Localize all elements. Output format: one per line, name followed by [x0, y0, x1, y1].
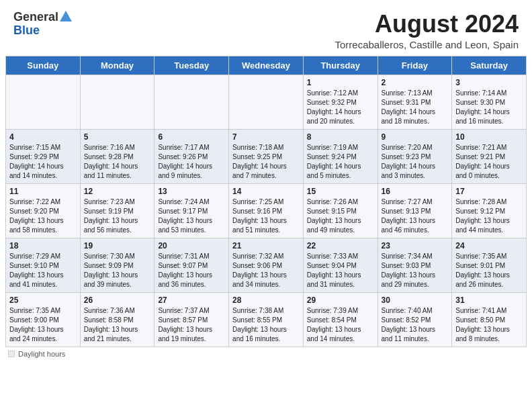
- day-header: Friday: [378, 56, 452, 75]
- calendar-cell: 30Sunrise: 7:40 AM Sunset: 8:52 PM Dayli…: [378, 292, 452, 347]
- day-header: Wednesday: [229, 56, 304, 75]
- footer-dot: [8, 351, 15, 357]
- calendar-cell: 29Sunrise: 7:39 AM Sunset: 8:54 PM Dayli…: [303, 292, 378, 347]
- calendar-cell: 20Sunrise: 7:31 AM Sunset: 9:07 PM Dayli…: [154, 238, 229, 292]
- calendar-cell: 3Sunrise: 7:14 AM Sunset: 9:30 PM Daylig…: [452, 75, 527, 129]
- calendar-cell: [154, 75, 229, 129]
- day-content: Sunrise: 7:23 AM Sunset: 9:19 PM Dayligh…: [84, 197, 151, 235]
- day-number: 4: [9, 132, 77, 142]
- day-number: 23: [382, 241, 449, 250]
- calendar-cell: 12Sunrise: 7:23 AM Sunset: 9:19 PM Dayli…: [80, 183, 154, 238]
- day-content: Sunrise: 7:24 AM Sunset: 9:17 PM Dayligh…: [158, 197, 225, 235]
- calendar-cell: 24Sunrise: 7:35 AM Sunset: 9:01 PM Dayli…: [452, 238, 527, 292]
- logo: General Blue: [13, 11, 72, 38]
- subtitle: Torrecaballeros, Castille and Leon, Spai…: [335, 39, 519, 50]
- day-content: Sunrise: 7:33 AM Sunset: 9:04 PM Dayligh…: [307, 252, 374, 289]
- calendar-cell: 27Sunrise: 7:37 AM Sunset: 8:57 PM Dayli…: [154, 292, 229, 347]
- header: General Blue August 2024 Torrecaballeros…: [0, 0, 532, 56]
- day-content: Sunrise: 7:31 AM Sunset: 9:07 PM Dayligh…: [158, 252, 225, 289]
- calendar-week-row: 4Sunrise: 7:15 AM Sunset: 9:29 PM Daylig…: [6, 129, 527, 183]
- day-content: Sunrise: 7:37 AM Sunset: 8:57 PM Dayligh…: [158, 306, 225, 344]
- calendar-cell: 8Sunrise: 7:19 AM Sunset: 9:24 PM Daylig…: [303, 129, 378, 183]
- daylight-label: Daylight hours: [18, 350, 65, 358]
- day-content: Sunrise: 7:28 AM Sunset: 9:12 PM Dayligh…: [455, 197, 523, 235]
- calendar-cell: 19Sunrise: 7:30 AM Sunset: 9:09 PM Dayli…: [80, 238, 154, 292]
- day-content: Sunrise: 7:27 AM Sunset: 9:13 PM Dayligh…: [382, 197, 449, 235]
- day-content: Sunrise: 7:20 AM Sunset: 9:23 PM Dayligh…: [382, 143, 449, 181]
- calendar-cell: 1Sunrise: 7:12 AM Sunset: 9:32 PM Daylig…: [303, 75, 378, 129]
- day-number: 1: [307, 78, 374, 87]
- calendar-week-row: 11Sunrise: 7:22 AM Sunset: 9:20 PM Dayli…: [6, 183, 527, 238]
- calendar-cell: 2Sunrise: 7:13 AM Sunset: 9:31 PM Daylig…: [378, 75, 452, 129]
- day-content: Sunrise: 7:34 AM Sunset: 9:03 PM Dayligh…: [382, 252, 449, 289]
- calendar-cell: 11Sunrise: 7:22 AM Sunset: 9:20 PM Dayli…: [6, 183, 81, 238]
- day-number: 28: [232, 295, 300, 305]
- day-number: 20: [158, 241, 225, 250]
- day-content: Sunrise: 7:29 AM Sunset: 9:10 PM Dayligh…: [9, 252, 77, 289]
- day-number: 8: [307, 132, 374, 142]
- day-content: Sunrise: 7:35 AM Sunset: 9:01 PM Dayligh…: [455, 252, 523, 289]
- day-number: 7: [232, 132, 300, 142]
- day-number: 24: [455, 241, 523, 250]
- calendar-cell: 31Sunrise: 7:41 AM Sunset: 8:50 PM Dayli…: [452, 292, 527, 347]
- calendar-header-row: SundayMondayTuesdayWednesdayThursdayFrid…: [6, 56, 527, 75]
- logo-blue-text: Blue: [13, 24, 40, 38]
- svg-marker-0: [60, 11, 72, 21]
- calendar-cell: 23Sunrise: 7:34 AM Sunset: 9:03 PM Dayli…: [378, 238, 452, 292]
- day-number: 13: [158, 187, 225, 196]
- calendar-week-row: 25Sunrise: 7:35 AM Sunset: 9:00 PM Dayli…: [6, 292, 527, 347]
- day-number: 21: [232, 241, 300, 250]
- day-content: Sunrise: 7:18 AM Sunset: 9:25 PM Dayligh…: [232, 143, 300, 181]
- calendar-cell: [229, 75, 304, 129]
- calendar-cell: 25Sunrise: 7:35 AM Sunset: 9:00 PM Dayli…: [6, 292, 81, 347]
- day-number: 30: [382, 295, 449, 305]
- calendar-cell: 14Sunrise: 7:25 AM Sunset: 9:16 PM Dayli…: [229, 183, 304, 238]
- day-content: Sunrise: 7:12 AM Sunset: 9:32 PM Dayligh…: [307, 89, 374, 126]
- day-number: 12: [84, 187, 151, 196]
- calendar-cell: 7Sunrise: 7:18 AM Sunset: 9:25 PM Daylig…: [229, 129, 304, 183]
- day-number: 19: [84, 241, 151, 250]
- day-content: Sunrise: 7:21 AM Sunset: 9:21 PM Dayligh…: [455, 143, 523, 181]
- day-content: Sunrise: 7:32 AM Sunset: 9:06 PM Dayligh…: [232, 252, 300, 289]
- day-number: 3: [455, 78, 523, 87]
- day-content: Sunrise: 7:35 AM Sunset: 9:00 PM Dayligh…: [9, 306, 77, 344]
- calendar-cell: 13Sunrise: 7:24 AM Sunset: 9:17 PM Dayli…: [154, 183, 229, 238]
- day-number: 18: [9, 241, 77, 250]
- calendar-cell: 16Sunrise: 7:27 AM Sunset: 9:13 PM Dayli…: [378, 183, 452, 238]
- calendar-cell: 28Sunrise: 7:38 AM Sunset: 8:55 PM Dayli…: [229, 292, 304, 347]
- day-content: Sunrise: 7:14 AM Sunset: 9:30 PM Dayligh…: [455, 89, 523, 126]
- day-header: Monday: [80, 56, 154, 75]
- day-number: 9: [382, 132, 449, 142]
- day-number: 22: [307, 241, 374, 250]
- day-header: Sunday: [6, 56, 81, 75]
- day-number: 31: [455, 295, 523, 305]
- day-number: 11: [9, 187, 77, 196]
- day-header: Saturday: [452, 56, 527, 75]
- calendar-cell: 21Sunrise: 7:32 AM Sunset: 9:06 PM Dayli…: [229, 238, 304, 292]
- day-content: Sunrise: 7:19 AM Sunset: 9:24 PM Dayligh…: [307, 143, 374, 181]
- day-content: Sunrise: 7:39 AM Sunset: 8:54 PM Dayligh…: [307, 306, 374, 344]
- calendar-cell: 17Sunrise: 7:28 AM Sunset: 9:12 PM Dayli…: [452, 183, 527, 238]
- day-number: 29: [307, 295, 374, 305]
- day-content: Sunrise: 7:40 AM Sunset: 8:52 PM Dayligh…: [382, 306, 449, 344]
- calendar-cell: 4Sunrise: 7:15 AM Sunset: 9:29 PM Daylig…: [6, 129, 81, 183]
- day-number: 15: [307, 187, 374, 196]
- calendar-cell: 15Sunrise: 7:26 AM Sunset: 9:15 PM Dayli…: [303, 183, 378, 238]
- day-content: Sunrise: 7:36 AM Sunset: 8:58 PM Dayligh…: [84, 306, 151, 344]
- calendar-week-row: 1Sunrise: 7:12 AM Sunset: 9:32 PM Daylig…: [6, 75, 527, 129]
- calendar-cell: 22Sunrise: 7:33 AM Sunset: 9:04 PM Dayli…: [303, 238, 378, 292]
- day-content: Sunrise: 7:16 AM Sunset: 9:28 PM Dayligh…: [84, 143, 151, 181]
- day-content: Sunrise: 7:13 AM Sunset: 9:31 PM Dayligh…: [382, 89, 449, 126]
- day-content: Sunrise: 7:25 AM Sunset: 9:16 PM Dayligh…: [232, 197, 300, 235]
- calendar-cell: 18Sunrise: 7:29 AM Sunset: 9:10 PM Dayli…: [6, 238, 81, 292]
- calendar-cell: 5Sunrise: 7:16 AM Sunset: 9:28 PM Daylig…: [80, 129, 154, 183]
- day-number: 6: [158, 132, 225, 142]
- calendar-cell: 6Sunrise: 7:17 AM Sunset: 9:26 PM Daylig…: [154, 129, 229, 183]
- day-header: Tuesday: [154, 56, 229, 75]
- footer: Daylight hours: [0, 347, 532, 361]
- main-title: August 2024: [335, 11, 519, 38]
- calendar-week-row: 18Sunrise: 7:29 AM Sunset: 9:10 PM Dayli…: [6, 238, 527, 292]
- calendar-cell: [6, 75, 81, 129]
- day-number: 10: [455, 132, 523, 142]
- calendar-table: SundayMondayTuesdayWednesdayThursdayFrid…: [5, 56, 527, 347]
